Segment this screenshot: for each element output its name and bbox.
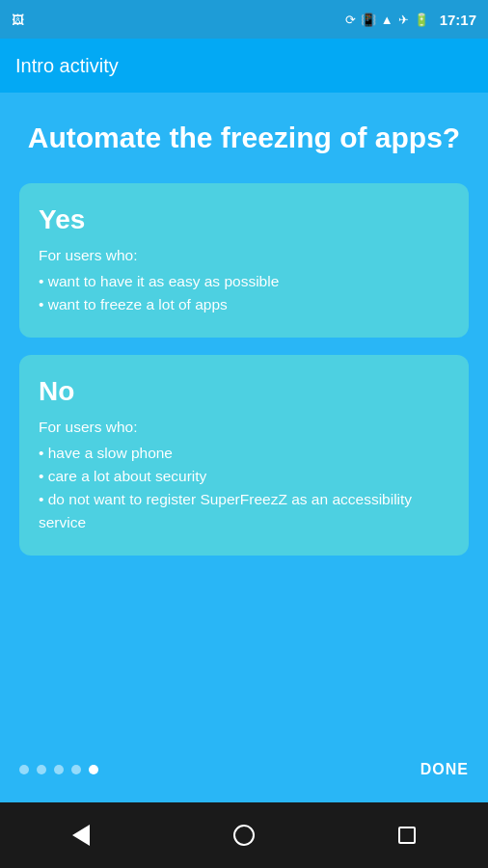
home-icon [233, 825, 255, 846]
dot-3[interactable] [54, 765, 64, 774]
status-bar-left: 🖼 [12, 13, 24, 27]
dot-2[interactable] [37, 765, 46, 774]
main-content: Automate the freezing of apps? Yes For u… [0, 93, 488, 737]
photo-icon: 🖼 [12, 13, 24, 27]
dots-container [19, 765, 98, 774]
done-button[interactable]: DONE [420, 761, 469, 778]
no-card-title: No [39, 376, 449, 407]
dot-1[interactable] [19, 765, 29, 774]
back-icon [72, 825, 90, 846]
yes-card-subtitle: For users who: [39, 247, 449, 264]
app-bar: Intro activity [0, 39, 488, 93]
no-card-bullet-2: • care a lot about security [39, 465, 449, 488]
yes-card-bullet-1: • want to have it as easy as possible [39, 270, 449, 293]
dot-4[interactable] [71, 765, 81, 774]
sync-icon: ⟳ [345, 13, 356, 27]
status-bar-icons: ⟳ 📳 ▲ ✈ 🔋 17:17 [345, 12, 476, 28]
recents-icon [398, 827, 416, 844]
bottom-bar: DONE [0, 737, 488, 802]
yes-card-bullet-2: • want to freeze a lot of apps [39, 293, 449, 316]
wifi-icon: ▲ [381, 13, 393, 27]
nav-bar [0, 802, 488, 868]
no-card-bullet-1: • have a slow phone [39, 442, 449, 465]
yes-card-title: Yes [39, 204, 449, 235]
status-bar: 🖼 ⟳ 📳 ▲ ✈ 🔋 17:17 [0, 0, 488, 39]
home-button[interactable] [223, 814, 265, 856]
main-heading: Automate the freezing of apps? [28, 120, 460, 156]
recents-button[interactable] [386, 814, 428, 856]
status-time: 17:17 [440, 12, 476, 28]
airplane-icon: ✈ [398, 13, 409, 27]
battery-icon: 🔋 [414, 13, 429, 27]
dot-5[interactable] [89, 765, 98, 774]
vibrate-icon: 📳 [361, 13, 376, 27]
no-card-subtitle: For users who: [39, 419, 449, 436]
back-button[interactable] [60, 814, 102, 856]
no-card[interactable]: No For users who: • have a slow phone • … [19, 355, 469, 556]
app-bar-title: Intro activity [15, 55, 119, 77]
no-card-bullet-3: • do not want to register SuperFreezZ as… [39, 488, 449, 534]
yes-card[interactable]: Yes For users who: • want to have it as … [19, 183, 469, 338]
